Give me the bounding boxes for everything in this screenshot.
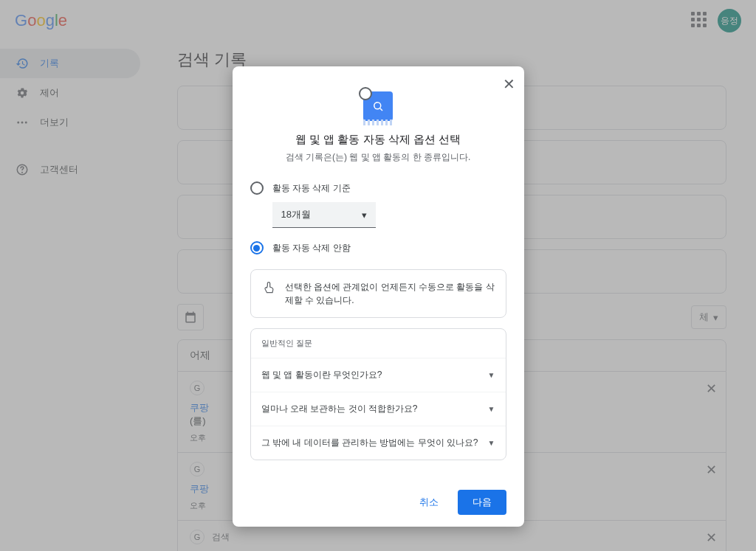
cancel-button[interactable]: 취소 xyxy=(408,490,450,515)
close-button[interactable]: ✕ xyxy=(503,75,515,93)
faq-item[interactable]: 그 밖에 내 데이터를 관리하는 방법에는 무엇이 있나요? ▼ xyxy=(251,426,506,460)
radio-no-auto-delete[interactable] xyxy=(250,241,264,254)
radio-label: 활동 자동 삭제 기준 xyxy=(272,182,351,195)
modal-overlay: ✕ 웹 및 앱 활동 자동 삭제 옵션 선택 검색 기록은(는) 웹 및 앱 활… xyxy=(0,0,756,551)
faq-item[interactable]: 얼마나 오래 보관하는 것이 적합한가요? ▼ xyxy=(251,392,506,426)
chevron-down-icon: ▼ xyxy=(488,371,495,379)
faq-header: 일반적인 질문 xyxy=(251,329,506,358)
info-box: 선택한 옵션에 관계없이 언제든지 수동으로 활동을 삭제할 수 있습니다. xyxy=(250,269,506,318)
auto-delete-modal: ✕ 웹 및 앱 활동 자동 삭제 옵션 선택 검색 기록은(는) 웹 및 앱 활… xyxy=(233,66,524,527)
shredder-icon xyxy=(363,91,393,121)
radio-auto-delete-after[interactable] xyxy=(250,181,264,195)
next-button[interactable]: 다음 xyxy=(458,490,506,515)
svg-point-5 xyxy=(374,103,381,109)
faq-section: 일반적인 질문 웹 및 앱 활동이란 무엇인가요? ▼ 얼마나 오래 보관하는 … xyxy=(250,328,506,460)
faq-item[interactable]: 웹 및 앱 활동이란 무엇인가요? ▼ xyxy=(251,358,506,392)
modal-title: 웹 및 앱 활동 자동 삭제 옵션 선택 xyxy=(250,133,506,147)
modal-subtitle: 검색 기록은(는) 웹 및 앱 활동의 한 종류입니다. xyxy=(250,151,506,164)
chevron-down-icon: ▾ xyxy=(362,209,367,221)
touch-icon xyxy=(261,280,276,307)
chevron-down-icon: ▼ xyxy=(488,439,495,447)
radio-label: 활동 자동 삭제 안함 xyxy=(272,242,351,254)
chevron-down-icon: ▼ xyxy=(488,405,495,413)
duration-select[interactable]: 18개월 ▾ xyxy=(272,202,376,228)
